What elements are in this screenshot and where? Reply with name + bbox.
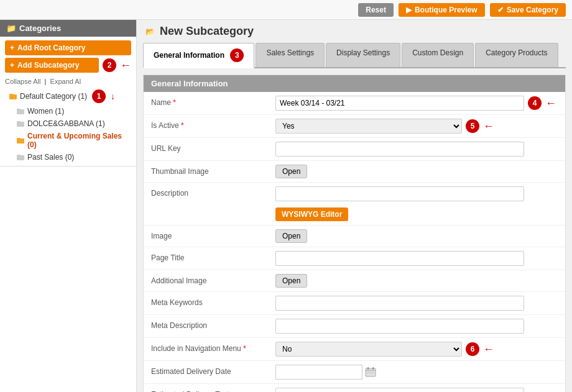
arrow-down-icon: ↓ xyxy=(111,91,115,101)
svg-rect-13 xyxy=(372,367,374,370)
general-information-section: General Information Name * 4 ← Is Active… xyxy=(143,75,566,392)
tab-category-products[interactable]: Category Products xyxy=(475,43,558,67)
svg-rect-6 xyxy=(17,139,24,144)
include-nav-select[interactable]: No Yes xyxy=(275,342,462,357)
field-row-url-key: URL Key xyxy=(144,138,565,161)
field-row-image: Image Open xyxy=(144,226,565,247)
svg-rect-5 xyxy=(17,121,21,122)
sidebar: 📁 Categories + Add Root Category + Add S… xyxy=(0,20,137,392)
url-key-control-area xyxy=(275,142,558,157)
tree-item-past-sales[interactable]: Past Sales (0) xyxy=(0,151,136,163)
page-title-label: Page Title xyxy=(151,251,275,262)
svg-rect-8 xyxy=(17,155,24,160)
horizontal-scrollbar[interactable] xyxy=(0,166,136,176)
collapse-all-link[interactable]: Collapse All xyxy=(5,78,40,85)
field-row-est-delivery-date: Estimated Delivery Date xyxy=(144,361,565,384)
est-delivery-date-label: Estimated Delivery Date xyxy=(151,365,275,376)
annotation-1: 1 xyxy=(92,89,106,103)
folder-open-icon xyxy=(9,92,17,101)
meta-description-input[interactable] xyxy=(275,319,524,334)
additional-image-open-button[interactable]: Open xyxy=(275,274,307,288)
meta-description-label: Meta Description xyxy=(151,319,275,330)
expand-all-link[interactable]: Expand Al xyxy=(50,78,81,85)
page-title-input[interactable] xyxy=(275,251,524,266)
description-control-area: WYSIWYG Editor xyxy=(275,186,558,221)
calendar-icon[interactable] xyxy=(365,367,376,378)
thumbnail-label: Thumbnail Image xyxy=(151,165,275,176)
arrow-icon: ← xyxy=(120,59,131,72)
field-row-include-nav: Include in Navigation Menu * No Yes 6 ← xyxy=(144,338,565,361)
thumbnail-control-area: Open xyxy=(275,165,558,178)
url-key-label: URL Key xyxy=(151,142,275,153)
url-key-input[interactable] xyxy=(275,142,524,157)
name-label: Name * xyxy=(151,96,275,107)
image-control-area: Open xyxy=(275,229,558,243)
tab-display-settings[interactable]: Display Settings xyxy=(326,43,400,67)
collapse-links: Collapse All | Expand Al xyxy=(0,76,136,88)
tab-sales-settings[interactable]: Sales Settings xyxy=(256,43,325,67)
folder-icon: 📁 xyxy=(6,24,16,33)
top-bar: Reset ▶ Boutique Preview ✔ Save Category xyxy=(0,0,572,20)
save-button[interactable]: ✔ Save Category xyxy=(490,3,566,17)
field-row-page-title: Page Title xyxy=(144,247,565,270)
annotation-5: 5 xyxy=(466,119,479,133)
arrow-5: ← xyxy=(483,120,494,133)
name-control-area: 4 ← xyxy=(275,96,558,111)
page-title-icon: 📂 xyxy=(145,27,155,36)
annotation-3: 3 xyxy=(230,48,244,62)
is-active-label: Is Active * xyxy=(151,119,275,130)
sidebar-header: 📁 Categories xyxy=(0,20,136,37)
main-layout: 📁 Categories + Add Root Category + Add S… xyxy=(0,20,572,392)
annotation-4: 4 xyxy=(528,96,542,110)
tree-item-default[interactable]: Default Category (1) 1 ↓ xyxy=(0,88,136,105)
plus-icon2: + xyxy=(10,61,14,70)
add-subcategory-button[interactable]: + Add Subcategory xyxy=(5,58,99,73)
tabs-row: General Information 3 Sales Settings Dis… xyxy=(143,43,566,68)
field-row-est-delivery-text: Estimated Delivery Text xyxy=(144,384,565,392)
description-input[interactable] xyxy=(275,186,524,201)
wysiwyg-button[interactable]: WYSIWYG Editor xyxy=(275,207,348,221)
annotation-2: 2 xyxy=(103,58,116,72)
include-nav-label: Include in Navigation Menu * xyxy=(151,342,275,353)
svg-rect-2 xyxy=(17,109,24,114)
preview-button[interactable]: ▶ Boutique Preview xyxy=(399,3,485,17)
is-active-select[interactable]: Yes No xyxy=(275,119,462,134)
svg-rect-15 xyxy=(369,372,371,373)
field-row-name: Name * 4 ← xyxy=(144,92,565,115)
svg-rect-14 xyxy=(367,372,369,373)
folder-icon-women xyxy=(16,107,25,116)
meta-keywords-input[interactable] xyxy=(275,296,524,311)
tree-item-women[interactable]: Women (1) xyxy=(0,105,136,117)
folder-icon-current xyxy=(16,136,25,145)
folder-icon-past xyxy=(16,153,25,162)
field-row-additional-image: Additional Image Open xyxy=(144,270,565,292)
meta-keywords-control-area xyxy=(275,296,558,311)
sidebar-btn-group: + Add Root Category + Add Subcategory 2 … xyxy=(0,37,136,76)
annotation-6: 6 xyxy=(466,342,479,356)
tree-item-current-sales[interactable]: Current & Upcoming Sales (0) xyxy=(0,130,136,151)
name-input[interactable] xyxy=(275,96,524,111)
est-delivery-date-control-area xyxy=(275,365,558,380)
svg-rect-12 xyxy=(367,367,369,370)
section-header: General Information xyxy=(144,75,565,92)
tab-general-information[interactable]: General Information 3 xyxy=(143,43,254,68)
meta-keywords-label: Meta Keywords xyxy=(151,296,275,307)
tree-item-dolce[interactable]: DOLCE&GABBANA (1) xyxy=(0,117,136,130)
est-delivery-text-input[interactable] xyxy=(275,388,524,392)
est-delivery-date-input[interactable] xyxy=(275,365,362,380)
reset-button[interactable]: Reset xyxy=(358,3,394,17)
arrow-6: ← xyxy=(483,343,494,356)
thumbnail-open-button[interactable]: Open xyxy=(275,165,307,178)
add-root-category-button[interactable]: + Add Root Category xyxy=(5,40,131,55)
field-row-is-active: Is Active * Yes No 5 ← xyxy=(144,115,565,138)
category-tree: Default Category (1) 1 ↓ Women (1) DOLCE… xyxy=(0,88,136,163)
preview-icon: ▶ xyxy=(406,6,412,14)
field-row-meta-description: Meta Description xyxy=(144,315,565,338)
tab-custom-design[interactable]: Custom Design xyxy=(402,43,474,67)
image-open-button[interactable]: Open xyxy=(275,229,307,243)
include-nav-control-area: No Yes 6 ← xyxy=(275,342,558,357)
svg-rect-16 xyxy=(372,372,374,373)
arrow-4: ← xyxy=(545,97,556,110)
svg-rect-4 xyxy=(17,122,24,127)
is-active-control-area: Yes No 5 ← xyxy=(275,119,558,134)
